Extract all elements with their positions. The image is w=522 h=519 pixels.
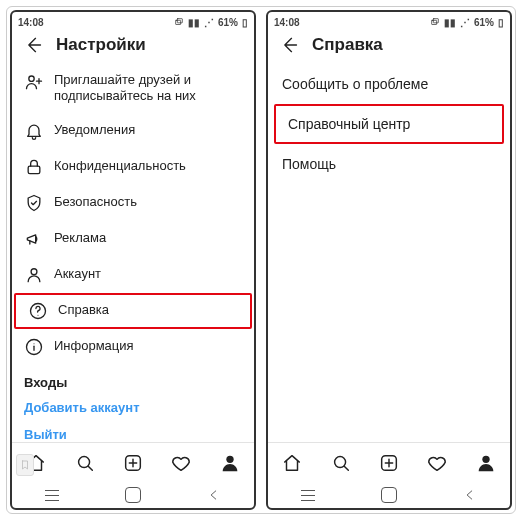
nav-home[interactable] xyxy=(378,487,400,503)
back-button[interactable] xyxy=(278,34,300,56)
nav-back-icon xyxy=(463,488,477,502)
gallery-icon xyxy=(430,17,440,27)
tab-profile[interactable] xyxy=(475,452,497,474)
row-label: Информация xyxy=(54,338,134,354)
home-icon xyxy=(281,452,303,474)
status-time: 14:08 xyxy=(274,17,300,28)
row-invite[interactable]: Приглашайте друзей и подписывайтесь на н… xyxy=(12,64,254,113)
add-account-link[interactable]: Добавить аккаунт xyxy=(12,394,254,421)
user-icon xyxy=(24,265,44,285)
nav-recents[interactable] xyxy=(41,487,63,503)
logins-heading: Входы xyxy=(12,365,254,394)
nav-back[interactable] xyxy=(459,487,481,503)
bookmark-badge[interactable] xyxy=(16,454,34,476)
logout-link[interactable]: Выйти xyxy=(12,421,254,443)
nav-recents[interactable] xyxy=(297,487,319,503)
heart-icon xyxy=(170,452,192,474)
battery-pct: 61% xyxy=(474,17,494,28)
row-label: Конфиденциальность xyxy=(54,158,186,174)
row-security[interactable]: Безопасность xyxy=(12,185,254,221)
battery-icon: ▯ xyxy=(498,17,504,28)
back-icon xyxy=(23,35,43,55)
android-navbar xyxy=(268,482,510,508)
two-phone-layout: 14:08 ▮▮ ⋰ 61% ▯ Настройки Приглашайте д… xyxy=(6,6,516,514)
heart-icon xyxy=(426,452,448,474)
row-label: Уведомления xyxy=(54,122,135,138)
profile-icon xyxy=(475,452,497,474)
battery-icon: ▯ xyxy=(242,17,248,28)
tab-activity[interactable] xyxy=(170,452,192,474)
back-button[interactable] xyxy=(22,34,44,56)
row-label: Аккаунт xyxy=(54,266,101,282)
page-title: Настройки xyxy=(56,35,146,55)
wifi-icon: ⋰ xyxy=(460,17,470,28)
settings-list: Приглашайте друзей и подписывайтесь на н… xyxy=(12,64,254,442)
header: Настройки xyxy=(12,32,254,64)
header: Справка xyxy=(268,32,510,64)
add-user-icon xyxy=(24,72,44,92)
row-info[interactable]: Информация xyxy=(12,329,254,365)
gallery-icon xyxy=(174,17,184,27)
lock-icon xyxy=(24,157,44,177)
row-label: Приглашайте друзей и подписывайтесь на н… xyxy=(54,72,242,105)
plus-icon xyxy=(122,452,144,474)
profile-icon xyxy=(219,452,241,474)
tab-home[interactable] xyxy=(281,452,303,474)
tab-search[interactable] xyxy=(74,452,96,474)
bell-icon xyxy=(24,121,44,141)
status-time: 14:08 xyxy=(18,17,44,28)
tab-activity[interactable] xyxy=(426,452,448,474)
plus-icon xyxy=(378,452,400,474)
signal-icon: ▮▮ xyxy=(444,17,456,28)
row-help[interactable]: Справка xyxy=(14,293,252,329)
row-label: Реклама xyxy=(54,230,106,246)
nav-back[interactable] xyxy=(203,487,225,503)
tab-create[interactable] xyxy=(378,452,400,474)
row-ads[interactable]: Реклама xyxy=(12,221,254,257)
nav-back-icon xyxy=(207,488,221,502)
wifi-icon: ⋰ xyxy=(204,17,214,28)
nav-home[interactable] xyxy=(122,487,144,503)
search-icon xyxy=(330,452,352,474)
back-icon xyxy=(279,35,299,55)
megaphone-icon xyxy=(24,229,44,249)
statusbar: 14:08 ▮▮ ⋰ 61% ▯ xyxy=(268,12,510,32)
signal-icon: ▮▮ xyxy=(188,17,200,28)
tab-search[interactable] xyxy=(330,452,352,474)
statusbar: 14:08 ▮▮ ⋰ 61% ▯ xyxy=(12,12,254,32)
row-label: Справка xyxy=(58,302,109,318)
row-account[interactable]: Аккаунт xyxy=(12,257,254,293)
item-report-problem[interactable]: Сообщить о проблеме xyxy=(268,64,510,104)
battery-pct: 61% xyxy=(218,17,238,28)
item-support[interactable]: Помощь xyxy=(268,144,510,184)
tab-profile[interactable] xyxy=(219,452,241,474)
status-right: ▮▮ ⋰ 61% ▯ xyxy=(430,17,504,28)
android-navbar xyxy=(12,482,254,508)
help-icon xyxy=(28,301,48,321)
page-title: Справка xyxy=(312,35,383,55)
bookmark-icon xyxy=(19,458,31,472)
help-list: Сообщить о проблеме Справочный центр Пом… xyxy=(268,64,510,442)
item-help-center[interactable]: Справочный центр xyxy=(274,104,504,144)
shield-icon xyxy=(24,193,44,213)
bottom-bar xyxy=(12,442,254,482)
search-icon xyxy=(74,452,96,474)
status-right: ▮▮ ⋰ 61% ▯ xyxy=(174,17,248,28)
bottom-bar xyxy=(268,442,510,482)
info-icon xyxy=(24,337,44,357)
tab-create[interactable] xyxy=(122,452,144,474)
row-label: Безопасность xyxy=(54,194,137,210)
phone-help: 14:08 ▮▮ ⋰ 61% ▯ Справка Сообщить о проб… xyxy=(266,10,512,510)
phone-settings: 14:08 ▮▮ ⋰ 61% ▯ Настройки Приглашайте д… xyxy=(10,10,256,510)
row-notifications[interactable]: Уведомления xyxy=(12,113,254,149)
row-privacy[interactable]: Конфиденциальность xyxy=(12,149,254,185)
